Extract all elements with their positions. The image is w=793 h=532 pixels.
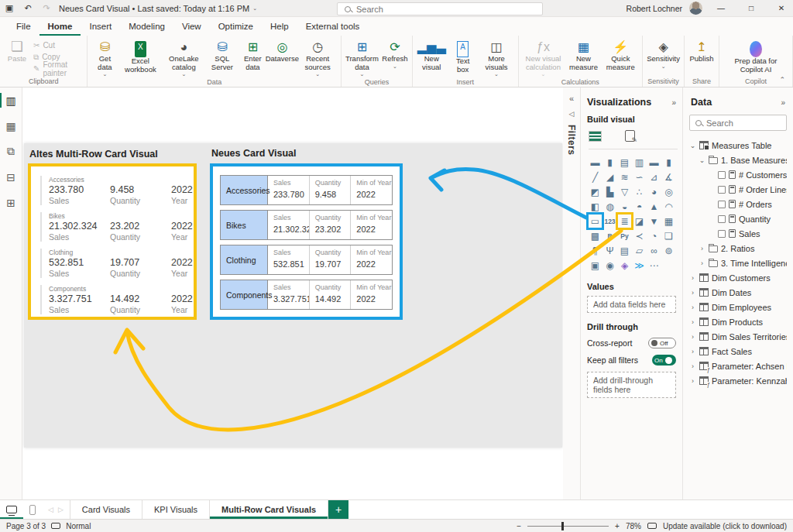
field-checkbox[interactable] bbox=[718, 215, 726, 223]
onelake-catalog-button[interactable]: ◕ OneLake catalog ⌄ bbox=[161, 38, 206, 77]
paginated-report[interactable]: ▤ bbox=[617, 243, 632, 258]
enter-data-button[interactable]: ⊞ Enter data bbox=[238, 38, 267, 72]
key-influencers[interactable]: ◔ bbox=[647, 228, 661, 243]
cross-report-toggle[interactable]: Off bbox=[648, 338, 676, 348]
tree-item[interactable]: › Dim Products bbox=[689, 314, 787, 329]
tree-item[interactable]: › 3. Time Intelligence bbox=[689, 256, 787, 270]
build-visual-tab[interactable] bbox=[589, 131, 602, 142]
tree-item[interactable]: # Orders bbox=[689, 197, 787, 211]
sensitivity-button[interactable]: ◈ Sensitivity ⌄ bbox=[645, 38, 681, 70]
desktop-layout-button[interactable] bbox=[0, 500, 23, 519]
power-automate-visual[interactable]: ∞ bbox=[647, 243, 661, 258]
add-data-fields-well[interactable]: Add data fields here bbox=[587, 296, 676, 313]
field-checkbox[interactable] bbox=[718, 201, 726, 208]
undo-icon[interactable]: ↶ bbox=[19, 3, 37, 13]
azure-map[interactable]: ▲ bbox=[647, 199, 661, 214]
titlebar-search[interactable] bbox=[337, 2, 543, 15]
format-visual-tab[interactable] bbox=[625, 130, 635, 142]
waterfall-chart[interactable]: ▙ bbox=[602, 184, 617, 199]
title-dropdown-icon[interactable]: ⌄ bbox=[252, 5, 257, 12]
dataverse-button[interactable]: ◎ Dataverse bbox=[267, 38, 297, 64]
new-page-button[interactable]: + bbox=[328, 500, 348, 519]
area-chart[interactable]: ◢ bbox=[602, 170, 617, 184]
menu-home[interactable]: Home bbox=[39, 17, 81, 36]
gauge[interactable]: ◠ bbox=[661, 199, 676, 214]
filters-pane-collapsed[interactable]: « ◁ Filters bbox=[563, 88, 581, 499]
zoom-slider-handle[interactable] bbox=[561, 522, 564, 530]
expander-icon[interactable]: › bbox=[689, 348, 696, 355]
prep-data-for-copilot-button[interactable]: Prep data for Copilot AI bbox=[722, 38, 790, 74]
stacked-area-chart[interactable]: ≋ bbox=[617, 170, 632, 184]
tree-item[interactable]: ⌄ Measures Table bbox=[689, 138, 787, 153]
image-visual[interactable]: ▣ bbox=[588, 258, 602, 273]
tree-item[interactable]: ⌄ 1. Base Measures bbox=[689, 153, 787, 167]
kpi[interactable]: ◪ bbox=[632, 214, 647, 228]
menu-external-tools[interactable]: External tools bbox=[297, 17, 369, 36]
tmdl-view-button[interactable]: ⊞ bbox=[0, 190, 22, 215]
tab-kpi-visuals[interactable]: KPI Visuals bbox=[142, 500, 209, 519]
pie-chart[interactable]: ◕ bbox=[647, 184, 661, 199]
format-painter-button[interactable]: ✎ Format painter bbox=[33, 63, 84, 74]
tab-multi-row-card-visuals[interactable]: Multi-Row Card Visuals bbox=[209, 500, 328, 519]
maximize-button[interactable]: □ bbox=[740, 0, 763, 17]
100-stacked-column-chart[interactable]: ▮ bbox=[661, 155, 676, 170]
excel-workbook-button[interactable]: X Excel workbook bbox=[119, 38, 161, 74]
matrix[interactable]: ▩ bbox=[588, 228, 602, 243]
expander-icon[interactable]: › bbox=[689, 333, 696, 341]
transform-data-button[interactable]: ⊞ Transform data ⌄ bbox=[344, 38, 380, 77]
tree-item[interactable]: › 2. Ratios bbox=[689, 241, 787, 256]
tree-item[interactable]: › Parameter: Achsen Belegung bbox=[689, 359, 787, 373]
close-button[interactable]: ✕ bbox=[770, 0, 793, 17]
zoom-out-button[interactable]: − bbox=[517, 522, 521, 530]
field-checkbox[interactable] bbox=[718, 186, 726, 194]
treemap[interactable]: ◧ bbox=[588, 199, 602, 214]
collapse-pane-icon[interactable]: » bbox=[671, 98, 676, 107]
collapse-pane-icon[interactable]: » bbox=[781, 98, 785, 107]
prev-page-icon[interactable]: ◁ bbox=[48, 506, 53, 513]
multi-row-card-visual[interactable]: Accessories 233.780 Sales 9.458 Quantity bbox=[28, 163, 197, 320]
donut-chart[interactable]: ◎ bbox=[661, 184, 676, 199]
more-visuals-button[interactable]: ◫ More visuals ⌄ bbox=[478, 38, 516, 77]
numeric-card[interactable]: 123 bbox=[602, 214, 617, 228]
new-visual-calculation-button[interactable]: ƒx New visual calculation ⌄ bbox=[521, 38, 566, 77]
tree-item[interactable]: › Dim Customers bbox=[689, 270, 787, 285]
report-canvas[interactable]: Altes Multi-Row Card Visual Neues Card V… bbox=[22, 88, 563, 499]
keep-all-filters-toggle[interactable]: On bbox=[652, 355, 676, 366]
expander-icon[interactable]: › bbox=[699, 259, 705, 267]
python-visual[interactable]: Py bbox=[617, 228, 632, 243]
expander-icon[interactable]: › bbox=[699, 245, 705, 252]
quick-measure-button[interactable]: ⚡ Quick measure bbox=[601, 38, 640, 72]
smart-narrative[interactable]: ¶ bbox=[588, 243, 602, 258]
expander-icon[interactable]: ⌄ bbox=[689, 142, 696, 149]
recent-sources-button[interactable]: ◷ Recent sources ⌄ bbox=[297, 38, 338, 77]
shape-map[interactable]: ◓ bbox=[632, 199, 647, 214]
minimize-button[interactable]: — bbox=[709, 0, 733, 17]
scorecard-visual[interactable]: ⊚ bbox=[661, 243, 676, 258]
menu-help[interactable]: Help bbox=[262, 17, 297, 36]
new-visual-button[interactable]: ▂▅▃ New visual bbox=[415, 38, 448, 72]
custom-visual-2[interactable]: ≫ bbox=[632, 258, 647, 273]
expander-icon[interactable]: › bbox=[689, 304, 696, 311]
tree-item[interactable]: # Customers bbox=[689, 167, 787, 182]
get-data-button[interactable]: ⛁ Get data ⌄ bbox=[90, 38, 119, 77]
sql-server-button[interactable]: ⛁ SQL Server bbox=[206, 38, 238, 72]
expander-icon[interactable]: › bbox=[689, 318, 696, 326]
clustered-column-chart[interactable]: ▥ bbox=[632, 155, 647, 170]
expander-icon[interactable]: › bbox=[689, 274, 696, 282]
expander-icon[interactable]: ⌄ bbox=[699, 156, 705, 164]
field-checkbox[interactable] bbox=[718, 171, 726, 179]
multi-row-card[interactable]: ≣ bbox=[617, 214, 632, 228]
tree-item[interactable]: › Parameter: Kennzahlen Selek... bbox=[689, 373, 787, 388]
field-checkbox[interactable] bbox=[718, 230, 726, 238]
mobile-layout-button[interactable] bbox=[23, 500, 42, 519]
decomposition-tree[interactable]: ≺ bbox=[632, 228, 647, 243]
expander-icon[interactable]: › bbox=[689, 362, 696, 370]
avatar[interactable] bbox=[689, 2, 702, 15]
card-new[interactable]: ▭ bbox=[588, 214, 602, 228]
tree-item[interactable]: Quantity bbox=[689, 211, 787, 226]
power-apps-visual[interactable]: ▱ bbox=[632, 243, 647, 258]
custom-visual[interactable]: ◈ bbox=[617, 258, 632, 273]
zoom-slider[interactable] bbox=[527, 522, 609, 530]
report-page[interactable]: Altes Multi-Row Card Visual Neues Card V… bbox=[24, 143, 562, 448]
update-available-link[interactable]: Update available (click to download) bbox=[663, 522, 787, 530]
